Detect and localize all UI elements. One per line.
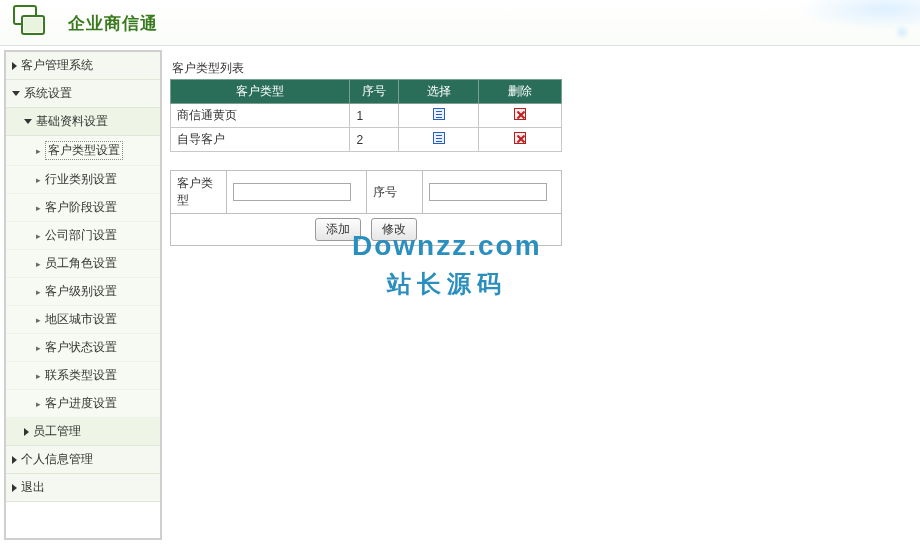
th-select: 选择 <box>398 80 479 104</box>
cell-name: 自导客户 <box>171 128 350 152</box>
sidebar-nav: 客户管理系统 系统设置 基础资料设置 ▸客户类型设置 ▸行业类别设置 ▸客户阶段… <box>4 50 162 540</box>
caret-right-icon <box>12 456 17 464</box>
svg-rect-2 <box>24 18 42 32</box>
bullet-icon: ▸ <box>36 146 41 156</box>
nav-contact-type[interactable]: ▸联系类型设置 <box>6 362 160 390</box>
app-header: 企业商信通 <box>0 0 920 46</box>
bullet-icon: ▸ <box>36 231 41 241</box>
seq-input[interactable] <box>429 183 547 201</box>
table-row: 商信通黄页 1 <box>171 104 562 128</box>
cell-name: 商信通黄页 <box>171 104 350 128</box>
nav-staff-role[interactable]: ▸员工角色设置 <box>6 250 160 278</box>
list-title: 客户类型列表 <box>172 60 908 77</box>
caret-right-icon <box>24 428 29 436</box>
nav-region-city[interactable]: ▸地区城市设置 <box>6 306 160 334</box>
bullet-icon: ▸ <box>36 315 41 325</box>
th-delete: 删除 <box>479 80 562 104</box>
bullet-icon: ▸ <box>36 371 41 381</box>
bullet-icon: ▸ <box>36 287 41 297</box>
cell-seq: 1 <box>350 104 398 128</box>
caret-down-icon <box>24 119 32 124</box>
bullet-icon: ▸ <box>36 399 41 409</box>
nav-customer-type[interactable]: ▸客户类型设置 <box>6 136 160 166</box>
form-seq-label: 序号 <box>366 171 422 214</box>
caret-right-icon <box>12 62 17 70</box>
caret-right-icon <box>12 484 17 492</box>
th-name: 客户类型 <box>171 80 350 104</box>
logo-area: 企业商信通 <box>10 4 158 42</box>
app-title: 企业商信通 <box>68 12 158 35</box>
edit-icon[interactable] <box>433 132 445 144</box>
edit-button[interactable]: 修改 <box>371 218 417 241</box>
nav-personal-info[interactable]: 个人信息管理 <box>6 446 160 474</box>
caret-down-icon <box>12 91 20 96</box>
edit-icon[interactable] <box>433 108 445 120</box>
customer-type-input[interactable] <box>233 183 351 201</box>
delete-icon[interactable] <box>514 108 526 120</box>
bullet-icon: ▸ <box>36 343 41 353</box>
app-logo-icon <box>10 4 52 42</box>
main-content: 客户类型列表 客户类型 序号 选择 删除 商信通黄页 1 自导客户 <box>162 50 916 540</box>
bullet-icon: ▸ <box>36 259 41 269</box>
form-table: 客户类型 序号 添加 修改 <box>170 170 562 246</box>
add-button[interactable]: 添加 <box>315 218 361 241</box>
bullet-icon: ▸ <box>36 175 41 185</box>
nav-basic-data[interactable]: 基础资料设置 <box>6 108 160 136</box>
nav-staff-manage[interactable]: 员工管理 <box>6 418 160 446</box>
form-name-label: 客户类型 <box>171 171 227 214</box>
nav-exit[interactable]: 退出 <box>6 474 160 502</box>
th-seq: 序号 <box>350 80 398 104</box>
delete-icon[interactable] <box>514 132 526 144</box>
nav-customer-stage[interactable]: ▸客户阶段设置 <box>6 194 160 222</box>
cell-seq: 2 <box>350 128 398 152</box>
bullet-icon: ▸ <box>36 203 41 213</box>
nav-customer-level[interactable]: ▸客户级别设置 <box>6 278 160 306</box>
customer-type-table: 客户类型 序号 选择 删除 商信通黄页 1 自导客户 2 <box>170 79 562 152</box>
table-row: 自导客户 2 <box>171 128 562 152</box>
nav-company-dept[interactable]: ▸公司部门设置 <box>6 222 160 250</box>
nav-system-settings[interactable]: 系统设置 <box>6 80 160 108</box>
nav-customer-system[interactable]: 客户管理系统 <box>6 52 160 80</box>
nav-customer-status[interactable]: ▸客户状态设置 <box>6 334 160 362</box>
nav-customer-progress[interactable]: ▸客户进度设置 <box>6 390 160 418</box>
header-decoration <box>740 0 920 46</box>
nav-industry-category[interactable]: ▸行业类别设置 <box>6 166 160 194</box>
watermark-line2: 站长源码 <box>352 268 542 300</box>
